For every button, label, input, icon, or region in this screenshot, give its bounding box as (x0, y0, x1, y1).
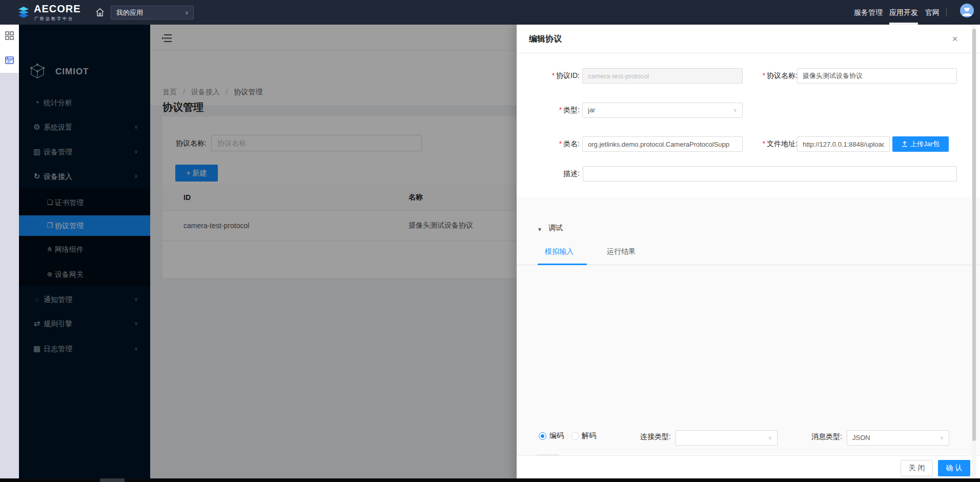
scrollbar-thumb[interactable] (972, 29, 976, 441)
app-select-value: 我的应用 (116, 9, 143, 16)
chevron-down-icon: ∨ (185, 6, 189, 19)
apps-grid-icon[interactable] (5, 31, 14, 40)
user-avatar[interactable] (960, 4, 974, 17)
file-url-label: *文件地址: (721, 139, 798, 149)
protocol-id-label: *协议ID: (517, 71, 580, 81)
active-tab-underline (538, 264, 587, 265)
bottom-screen-strip (0, 478, 980, 482)
edit-protocol-drawer: 编辑协议 × *协议ID: *协议名称: *类型: jar ∨ *类名: *文件… (517, 25, 980, 482)
connection-type-select[interactable]: ∨ (676, 430, 778, 446)
topnav-service-management[interactable]: 服务管理 (854, 0, 883, 25)
tab-simulated-input[interactable]: 模拟输入 (545, 247, 574, 256)
description-input[interactable] (583, 166, 957, 182)
brand-subtitle: 广联达数字中台 (34, 16, 74, 22)
confirm-button[interactable]: 确 认 (938, 460, 970, 476)
topnav-official-site[interactable]: 官网 (925, 0, 940, 25)
scrollbar[interactable] (972, 25, 976, 482)
description-label: 描述: (517, 169, 580, 178)
portal-rail-lower (0, 73, 19, 482)
encode-radio[interactable] (539, 432, 546, 440)
debug-panel: ▼ 调试 模拟输入 运行结果 编码 解码 连接类型: ∨ 消息类型: JSON … (517, 197, 980, 455)
decode-radio-label[interactable]: 解码 (582, 431, 596, 440)
protocol-id-input (582, 68, 743, 84)
upload-jar-button[interactable]: 上传Jar包 (892, 136, 949, 152)
debug-panel-title[interactable]: 调试 (548, 224, 563, 233)
tab-run-result[interactable]: 运行结果 (607, 247, 636, 256)
message-type-label: 消息类型: (811, 432, 842, 441)
topnav-app-development[interactable]: 应用开发 (889, 0, 918, 25)
type-label: *类型: (517, 106, 580, 115)
topbar-divider (946, 9, 947, 16)
chevron-down-icon: ∨ (768, 431, 772, 445)
connection-type-label: 连接类型: (640, 432, 671, 441)
type-select[interactable]: jar ∨ (582, 103, 743, 118)
home-icon[interactable] (95, 7, 105, 17)
message-type-select[interactable]: JSON ∨ (847, 430, 949, 446)
class-name-input[interactable] (582, 136, 743, 152)
drawer-mask[interactable] (19, 25, 517, 482)
portal-topbar: AECORE 广联达数字中台 我的应用 ∨ 服务管理 应用开发 官网 (0, 0, 980, 25)
brand-name: AECORE (34, 3, 81, 15)
upload-jar-label: 上传Jar包 (910, 140, 940, 148)
drawer-title: 编辑协议 (529, 34, 562, 45)
protocol-name-input[interactable] (797, 68, 957, 84)
close-button[interactable]: 关 闭 (901, 460, 933, 476)
app-select[interactable]: 我的应用 ∨ (111, 6, 194, 19)
protocol-name-label: *协议名称: (721, 71, 798, 81)
chevron-down-icon: ∨ (733, 103, 737, 117)
chevron-down-icon: ∨ (940, 431, 944, 445)
class-name-label: *类名: (517, 139, 580, 149)
app-layout-icon[interactable] (5, 56, 14, 65)
encode-radio-label[interactable]: 编码 (549, 431, 564, 440)
bottom-strip-segment (100, 478, 125, 482)
decode-radio[interactable] (571, 432, 579, 440)
drawer-header: 编辑协议 × (517, 25, 980, 53)
portal-rail (0, 25, 19, 73)
aecore-logo-icon (17, 5, 30, 19)
close-icon[interactable]: × (948, 33, 962, 46)
collapse-caret-icon[interactable]: ▼ (537, 227, 542, 232)
file-url-input[interactable] (797, 136, 890, 152)
